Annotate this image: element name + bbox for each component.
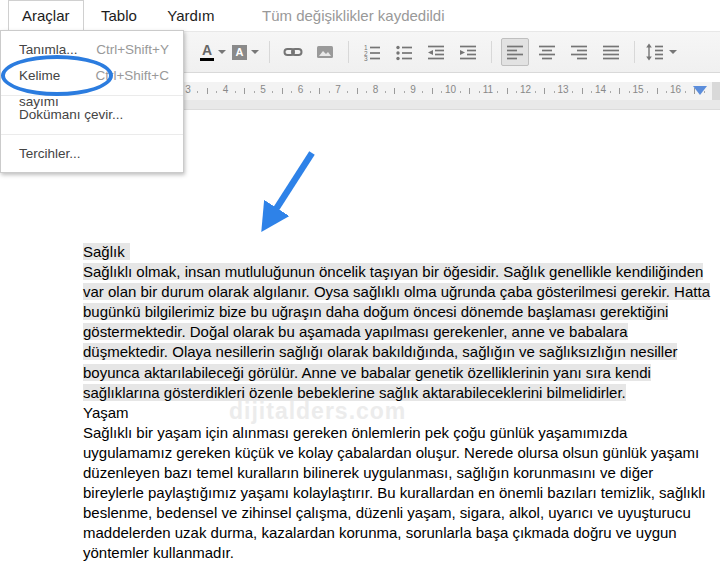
ruler-outside-margin: [712, 82, 720, 100]
menu-item-dokumani-cevir[interactable]: Dokümanı çevir...: [1, 102, 183, 128]
text-color-button[interactable]: A: [199, 38, 227, 66]
google-docs-window: Araçlar Tablo Yardım Tüm değişiklikler k…: [0, 0, 720, 561]
ruler-number: 8: [373, 84, 379, 95]
menu-tablo[interactable]: Tablo: [88, 1, 150, 30]
highlight-color-button[interactable]: A: [231, 38, 260, 66]
svg-text:3: 3: [364, 55, 368, 61]
ruler-tick: [216, 91, 217, 93]
ruler-tick: [544, 88, 545, 94]
ruler-tick: [441, 91, 442, 93]
ruler-tick: [385, 91, 386, 93]
align-center-button[interactable]: [533, 38, 561, 66]
increase-indent-icon: [459, 43, 477, 61]
ruler-tick: [516, 91, 517, 93]
ruler-tick: [432, 88, 433, 94]
insert-link-icon: [283, 43, 303, 61]
bulleted-list-icon: [395, 43, 413, 61]
ruler-tick: [422, 91, 423, 93]
bulleted-list-button[interactable]: [390, 38, 418, 66]
ruler-tick: [685, 91, 686, 93]
toolbar-separator: [634, 41, 635, 63]
save-status: Tüm değişiklikler kaydedildi: [262, 1, 445, 30]
menu-item-tercihler[interactable]: Tercihler...: [1, 141, 183, 167]
ruler-tick: [394, 88, 395, 94]
ruler-number: 7: [335, 84, 341, 95]
menu-bar: Araçlar Tablo Yardım Tüm değişiklikler k…: [0, 0, 720, 31]
increase-indent-button[interactable]: [454, 38, 482, 66]
align-right-button[interactable]: [565, 38, 593, 66]
ruler-tick: [235, 91, 236, 93]
insert-link-button[interactable]: [279, 38, 307, 66]
ruler-tick: [610, 91, 611, 93]
justify-icon: [602, 43, 620, 61]
highlight-color-icon: A: [232, 45, 247, 60]
ruler-number: 16: [670, 84, 681, 95]
menu-item-label: Tercihler...: [19, 141, 81, 167]
ruler-number: 11: [483, 84, 493, 95]
ruler-number: 3: [185, 84, 191, 95]
toolbar-separator: [269, 41, 270, 63]
ruler-tick: [469, 88, 470, 94]
ruler-tick: [347, 91, 348, 93]
selected-text: Sağlıklı olmak, insan mutluluğunun öncel…: [83, 263, 710, 401]
ruler-tick: [497, 91, 498, 93]
ruler-tick: [647, 91, 648, 93]
ruler-tick: [404, 91, 405, 93]
ruler-tick: [329, 91, 330, 93]
selected-text: Sağlık: [83, 243, 130, 260]
ruler-tick: [366, 91, 367, 93]
line-spacing-icon: [645, 43, 665, 61]
ruler-tick: [460, 91, 461, 93]
ruler-tick: [357, 88, 358, 94]
ruler-tick: [572, 91, 573, 93]
ruler-tick: [554, 91, 555, 93]
ruler-number: 6: [298, 84, 304, 95]
ruler-tick: [291, 91, 292, 93]
ruler-tick: [244, 88, 245, 94]
align-left-icon: [506, 43, 524, 61]
ruler-tick: [272, 91, 273, 93]
ruler-number: 12: [520, 84, 531, 95]
text-color-icon: A: [200, 43, 214, 61]
ruler-tick: [254, 91, 255, 93]
decrease-indent-icon: [427, 43, 445, 61]
decrease-indent-button[interactable]: [422, 38, 450, 66]
ruler-tick: [507, 88, 508, 94]
justify-button[interactable]: [597, 38, 625, 66]
ruler-tick: [657, 88, 658, 94]
ruler-tick: [619, 88, 620, 94]
numbered-list-icon: 1 2 3: [363, 43, 381, 61]
numbered-list-button[interactable]: 1 2 3: [358, 38, 386, 66]
ruler-number: 4: [223, 84, 229, 95]
menu-araclar[interactable]: Araçlar: [8, 0, 84, 31]
chevron-down-icon: [669, 50, 677, 54]
ruler-number: 10: [445, 84, 456, 95]
ruler-tick: [694, 88, 695, 94]
align-left-button[interactable]: [501, 38, 529, 66]
document-canvas[interactable]: Sağlık Sağlıklı olmak, insan mutluluğunu…: [83, 242, 715, 561]
toolbar-separator: [348, 41, 349, 63]
ruler-number: 5: [260, 84, 266, 95]
ruler-tick: [704, 91, 705, 93]
menu-yardim[interactable]: Yardım: [154, 1, 227, 30]
ruler-tick: [197, 91, 198, 93]
menu-item-shortcut: Ctrl+Shift+Y: [96, 37, 169, 63]
ruler-tick: [479, 91, 480, 93]
line-spacing-button[interactable]: [644, 38, 678, 66]
ruler-tick: [535, 91, 536, 93]
insert-image-icon: [316, 43, 334, 61]
toolbar-separator: [491, 41, 492, 63]
ruler-tick: [310, 91, 311, 93]
menu-separator: [1, 134, 183, 135]
ruler-tick: [666, 91, 667, 93]
ruler-tick: [282, 88, 283, 94]
align-center-icon: [538, 43, 556, 61]
paragraph-yasam: Sağlıklı bir yaşam için alınması gereken…: [83, 423, 715, 561]
ruler-tick: [629, 91, 630, 93]
araclar-dropdown-menu: Tanımla... Ctrl+Shift+Y Kelime sayımı Ct…: [0, 30, 184, 173]
ruler-number: 15: [632, 84, 643, 95]
align-right-icon: [570, 43, 588, 61]
chevron-down-icon: [218, 50, 226, 54]
chevron-down-icon: [251, 50, 259, 54]
insert-image-button[interactable]: [311, 38, 339, 66]
